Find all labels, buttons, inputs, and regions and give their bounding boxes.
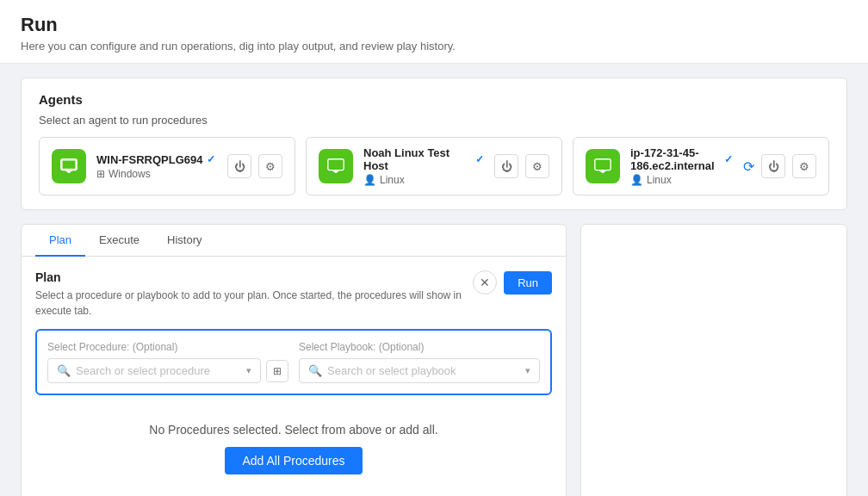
add-all-button[interactable]: Add All Procedures bbox=[225, 447, 362, 474]
verified-icon-linux: ✓ bbox=[475, 153, 484, 165]
agent-power-btn-linux[interactable]: ⏻ bbox=[494, 154, 518, 178]
empty-state: No Procedures selected. Select from abov… bbox=[35, 395, 552, 496]
agents-grid: WIN-FSRRQPLG694 ✓ ⊞ Windows ⏻ ⚙ bbox=[39, 137, 829, 195]
agent-info-ec2: ip-172-31-45-186.ec2.internal ✓ 👤 Linux bbox=[630, 146, 733, 186]
agent-name-win: WIN-FSRRQPLG694 ✓ bbox=[96, 153, 217, 166]
plan-text-block: Plan Select a procedure or playbook to a… bbox=[35, 270, 473, 329]
agents-card: Agents Select an agent to run procedures bbox=[21, 78, 847, 210]
main-content: Agents Select an agent to run procedures bbox=[0, 64, 868, 496]
agent-info-linux: Noah Linux Test Host ✓ 👤 Linux bbox=[363, 146, 484, 186]
agent-power-btn-win[interactable]: ⏻ bbox=[227, 154, 251, 178]
procedure-select-input[interactable]: 🔍 Search or select procedure ▾ bbox=[47, 358, 261, 383]
plan-body: Plan Select a procedure or playbook to a… bbox=[22, 257, 566, 496]
agent-card-linux[interactable]: Noah Linux Test Host ✓ 👤 Linux ⏻ ⚙ bbox=[306, 137, 562, 195]
loading-spinner-ec2: ⟳ bbox=[743, 158, 754, 175]
agent-name-linux: Noah Linux Test Host ✓ bbox=[363, 146, 484, 172]
playbook-chevron-icon: ▾ bbox=[525, 365, 530, 376]
procedure-grid-icon[interactable]: ⊞ bbox=[266, 360, 288, 382]
lower-section: Plan Execute History Plan Select a proce… bbox=[21, 224, 847, 496]
linux-icon-ec2: 👤 bbox=[630, 174, 643, 186]
run-button[interactable]: Run bbox=[504, 271, 552, 294]
agent-actions-ec2: ⟳ ⏻ ⚙ bbox=[743, 154, 816, 178]
agent-actions-linux: ⏻ ⚙ bbox=[494, 154, 549, 178]
agent-os-win: ⊞ Windows bbox=[96, 168, 217, 180]
agent-name-ec2: ip-172-31-45-186.ec2.internal ✓ bbox=[630, 146, 733, 172]
procedure-search-icon: 🔍 bbox=[57, 364, 71, 377]
page-title: Run bbox=[21, 14, 847, 36]
playbook-select-input[interactable]: 🔍 Search or select playbook ▾ bbox=[299, 358, 540, 383]
agent-os-ec2: 👤 Linux bbox=[630, 174, 733, 186]
procedure-group: Select Procedure: (Optional) 🔍 Search or… bbox=[47, 341, 288, 383]
clear-button[interactable]: ✕ bbox=[473, 270, 497, 294]
agents-select-label: Select an agent to run procedures bbox=[39, 114, 829, 127]
linux-icon: 👤 bbox=[363, 174, 376, 186]
agent-card-ec2[interactable]: ip-172-31-45-186.ec2.internal ✓ 👤 Linux … bbox=[573, 137, 829, 195]
empty-state-text: No Procedures selected. Select from abov… bbox=[49, 423, 538, 437]
agent-settings-btn-ec2[interactable]: ⚙ bbox=[792, 154, 816, 178]
agent-icon-linux bbox=[319, 149, 353, 183]
verified-icon-ec2: ✓ bbox=[724, 153, 733, 165]
side-panel bbox=[580, 224, 847, 496]
verified-icon-win: ✓ bbox=[207, 153, 215, 165]
tab-history[interactable]: History bbox=[153, 225, 215, 257]
page-header: Run Here you can configure and run opera… bbox=[0, 0, 868, 64]
tabs-bar: Plan Execute History bbox=[22, 225, 566, 257]
plan-card: Plan Execute History Plan Select a proce… bbox=[21, 224, 567, 496]
agent-info-win: WIN-FSRRQPLG694 ✓ ⊞ Windows bbox=[96, 153, 217, 180]
plan-description: Select a procedure or playbook to add to… bbox=[35, 288, 473, 319]
agent-icon-ec2 bbox=[586, 149, 620, 183]
procedure-chevron-icon: ▾ bbox=[246, 365, 251, 376]
windows-icon: ⊞ bbox=[96, 168, 105, 180]
agent-power-btn-ec2[interactable]: ⏻ bbox=[761, 154, 785, 178]
playbook-group: Select Playbook: (Optional) 🔍 Search or … bbox=[299, 341, 540, 383]
playbook-placeholder: Search or select playbook bbox=[327, 364, 520, 377]
agent-settings-btn-linux[interactable]: ⚙ bbox=[525, 154, 549, 178]
tab-execute[interactable]: Execute bbox=[85, 225, 153, 257]
tab-plan[interactable]: Plan bbox=[35, 225, 85, 257]
agents-title: Agents bbox=[39, 92, 829, 107]
svg-rect-5 bbox=[330, 161, 343, 169]
plan-section-title: Plan bbox=[35, 270, 473, 284]
agent-os-linux: 👤 Linux bbox=[363, 174, 484, 186]
playbook-label: Select Playbook: (Optional) bbox=[299, 341, 540, 353]
plan-actions: ✕ Run bbox=[473, 270, 552, 294]
plan-header-row: Plan Select a procedure or playbook to a… bbox=[35, 270, 552, 329]
agent-card-win[interactable]: WIN-FSRRQPLG694 ✓ ⊞ Windows ⏻ ⚙ bbox=[39, 137, 295, 195]
agent-settings-btn-win[interactable]: ⚙ bbox=[258, 154, 282, 178]
svg-rect-8 bbox=[597, 161, 610, 169]
page-subtitle: Here you can configure and run operation… bbox=[21, 40, 847, 53]
agent-icon-win bbox=[52, 149, 86, 183]
agent-actions-win: ⏻ ⚙ bbox=[227, 154, 282, 178]
playbook-search-icon: 🔍 bbox=[308, 364, 322, 377]
procedure-label: Select Procedure: (Optional) bbox=[47, 341, 288, 353]
svg-rect-2 bbox=[63, 161, 76, 169]
procedure-placeholder: Search or select procedure bbox=[76, 364, 241, 377]
select-row: Select Procedure: (Optional) 🔍 Search or… bbox=[35, 329, 552, 395]
